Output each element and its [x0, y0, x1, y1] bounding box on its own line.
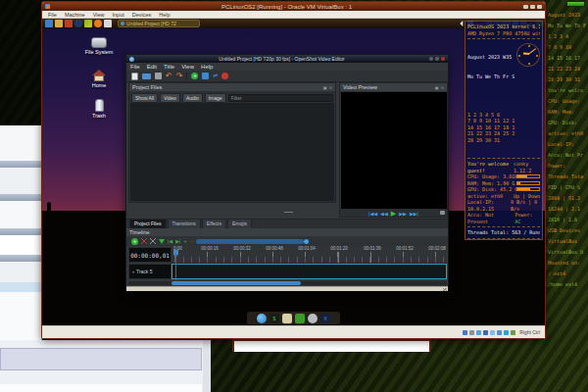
desktop-icon-file-system[interactable]: File System	[77, 37, 121, 55]
dock-tab[interactable]: Project Files	[129, 219, 167, 228]
menu-view[interactable]: View	[93, 12, 105, 18]
filter-image-button[interactable]: Image	[205, 93, 226, 103]
desktop-icon-home[interactable]: Home	[77, 70, 121, 88]
choose-profile-icon[interactable]	[202, 73, 209, 79]
dock-tab[interactable]: Transitions	[168, 219, 201, 228]
jump-end-button[interactable]: ▶▶|	[410, 211, 418, 217]
dock-tab[interactable]: Effects	[202, 219, 226, 228]
resize-grip-icon[interactable]	[443, 288, 447, 291]
timeline-track-area[interactable]	[172, 264, 447, 279]
optical-disk-status-icon[interactable]	[469, 330, 474, 335]
close-panel-icon[interactable]: ✕	[441, 85, 444, 90]
close-button[interactable]	[441, 57, 445, 61]
jump-start-button[interactable]: |◀◀	[368, 211, 377, 217]
host-background-window-bottom-center	[232, 339, 431, 352]
add-track-icon[interactable]: +	[131, 238, 138, 245]
filter-show-all-button[interactable]: Show All	[131, 93, 158, 103]
filter-input[interactable]	[228, 94, 333, 102]
previous-marker-icon[interactable]: |◀	[168, 238, 172, 244]
firefox-icon[interactable]	[94, 20, 102, 27]
fullscreen-icon[interactable]: ⇄	[213, 73, 218, 79]
float-panel-icon[interactable]: ▣	[435, 85, 439, 90]
dock-tab[interactable]: Emojis	[227, 219, 252, 228]
minimize-button[interactable]	[429, 57, 433, 61]
menu-title[interactable]: Title	[164, 64, 174, 70]
project-files-list[interactable]	[130, 103, 334, 201]
next-marker-icon[interactable]: ▶|	[175, 238, 180, 244]
ruler-label: 00:02:08	[428, 246, 446, 251]
play-button[interactable]: ▶	[391, 210, 396, 218]
globe-browser-icon[interactable]	[74, 20, 82, 27]
terminal-icon[interactable]: $	[270, 314, 279, 323]
import-files-icon[interactable]: +	[191, 73, 198, 79]
menu-file[interactable]: File	[130, 64, 140, 70]
filter-audio-button[interactable]: Audio	[182, 93, 203, 103]
pclos-menu-icon[interactable]	[45, 20, 53, 27]
timeline-scrollbar-thumb[interactable]	[172, 281, 301, 285]
virtualbox-titlebar[interactable]: PCLinuxOS2 [Running] - Oracle VM Virtual…	[42, 2, 545, 11]
save-project-icon[interactable]	[155, 73, 162, 79]
taskbar-window-button[interactable]: Untitled Project [HD 72	[118, 20, 200, 27]
timeline-scrollbar[interactable]	[128, 281, 447, 285]
search-magnifier-icon[interactable]	[308, 314, 318, 323]
desktop-icon-trash[interactable]: Trash	[77, 99, 121, 119]
fast-forward-button[interactable]: ▶▶	[399, 211, 407, 217]
preview-options-icon[interactable]	[440, 211, 445, 215]
menu-help[interactable]: Help	[159, 12, 170, 18]
filter-video-button[interactable]: Video	[160, 93, 180, 103]
file-manager-icon[interactable]	[282, 314, 292, 323]
screensaver-icon[interactable]: X	[320, 314, 330, 323]
menu-file[interactable]: File	[48, 12, 57, 18]
track-label-box[interactable]: ▾ Track 5	[128, 264, 172, 279]
usb-status-icon[interactable]	[490, 330, 495, 335]
minimize-button[interactable]	[523, 5, 528, 9]
conky-battery: Accu: Not Present	[467, 212, 514, 224]
snapping-icon[interactable]	[159, 239, 165, 244]
menu-machine[interactable]: Machine	[65, 12, 85, 18]
openshot-toolbar: ↶ ↷ + ⇄	[126, 71, 448, 82]
network-status-icon[interactable]	[483, 330, 488, 335]
undo-icon[interactable]: ↶	[166, 73, 172, 80]
project-files-panel: Project Files ▣ ✕ Show All Video Audio I…	[128, 82, 336, 203]
computer-icon[interactable]	[104, 20, 112, 27]
hard-disk-status-icon[interactable]	[463, 330, 467, 335]
home-folder-icon[interactable]	[55, 20, 63, 27]
menu-devices[interactable]: Devices	[132, 12, 152, 18]
zoom-out-icon[interactable]: −	[190, 238, 194, 244]
host-window-band	[0, 235, 41, 255]
shared-folders-status-icon[interactable]	[497, 330, 502, 335]
pclos-logo-icon[interactable]	[84, 20, 92, 27]
close-button[interactable]	[537, 5, 542, 9]
browser-icon[interactable]	[257, 314, 267, 323]
maximize-button[interactable]	[435, 57, 439, 61]
display-status-icon[interactable]	[504, 330, 509, 335]
export-video-icon[interactable]	[221, 73, 228, 79]
new-project-icon[interactable]	[131, 73, 138, 80]
zoom-in-icon[interactable]: +	[183, 238, 187, 244]
rewind-button[interactable]: ◀◀	[380, 211, 388, 217]
timeline-zoom-slider[interactable]	[196, 239, 309, 244]
menu-help[interactable]: Help	[201, 64, 213, 70]
razor-tool-icon[interactable]	[141, 238, 147, 244]
toolbar-separator	[186, 73, 187, 80]
track-disclosure-icon[interactable]: ▾	[132, 270, 134, 274]
menu-edit[interactable]: Edit	[147, 64, 157, 70]
virtualbox-app-icon	[45, 4, 50, 9]
maximize-button[interactable]	[530, 5, 535, 9]
menu-view[interactable]: View	[181, 64, 194, 70]
close-panel-icon[interactable]: ✕	[329, 85, 332, 90]
display-settings-icon[interactable]	[295, 314, 305, 323]
recording-status-icon[interactable]	[511, 330, 515, 335]
remove-marker-icon[interactable]	[150, 238, 156, 244]
timeline-ruler[interactable]: 0:00 00:00:16 00:00:32 00:00:48 00:01:04…	[172, 246, 447, 264]
audio-status-icon[interactable]	[476, 330, 481, 335]
openshot-titlebar[interactable]: Untitled Project [HD 720p 30 fps] - Open…	[126, 55, 448, 63]
install-tool-icon[interactable]	[65, 20, 73, 27]
menu-input[interactable]: Input	[113, 12, 124, 18]
zoom-slider-handle[interactable]	[304, 239, 309, 244]
float-panel-icon[interactable]: ▣	[323, 85, 327, 90]
open-project-icon[interactable]	[142, 74, 151, 79]
conky-net-ip: Local-IP: 10.0.2.15	[467, 199, 511, 212]
redo-icon[interactable]: ↷	[176, 73, 183, 80]
panel-splitter-handle[interactable]	[284, 212, 293, 213]
